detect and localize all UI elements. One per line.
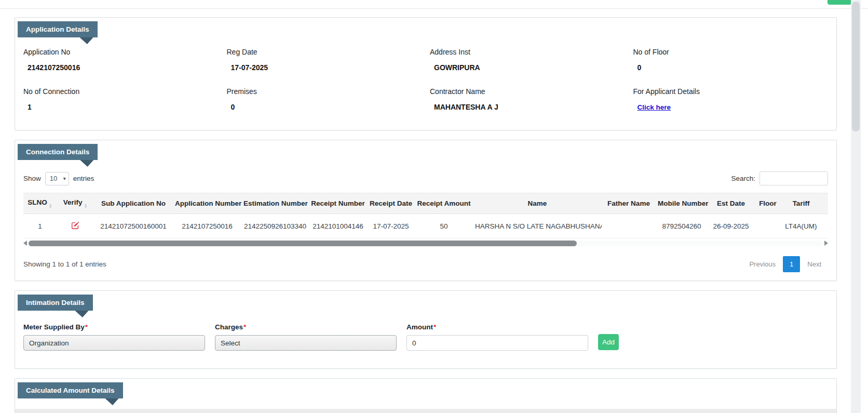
col-mobile-number: Mobile Number <box>656 193 708 214</box>
field-address-inst: Address Inst GOWRIPURA <box>430 48 625 72</box>
cell-receipt-number: 2142101004146 <box>309 214 367 238</box>
intimation-details-card: Intimation Details Meter Supplied By* Or… <box>15 290 837 369</box>
field-label: Application No <box>23 48 219 56</box>
cell-receipt-date: 17-07-2025 <box>367 214 415 238</box>
calculated-amount-details-card: Calculated Amount Details <box>15 378 837 413</box>
field-contractor-name: Contractor Name MAHANTESHA A J <box>430 87 625 111</box>
calculated-amount-details-ribbon: Calculated Amount Details <box>18 382 123 398</box>
meter-supplied-by-group: Meter Supplied By* Organization <box>23 323 205 351</box>
cell-floor <box>754 214 781 238</box>
col-father-name: Father Name <box>602 193 656 214</box>
charges-select[interactable]: Select <box>215 335 397 351</box>
col-receipt-number: Receipt Number <box>309 193 367 214</box>
col-tariff: Tariff <box>781 193 821 214</box>
vertical-scrollbar[interactable] <box>851 0 861 413</box>
table-scroll-region: SLNO▲▼ Verify▲▼ Sub Application No Appli… <box>23 193 828 238</box>
col-floor: Floor <box>754 193 781 214</box>
sort-icon: ▲▼ <box>84 203 87 208</box>
connection-details-table: SLNO▲▼ Verify▲▼ Sub Application No Appli… <box>23 193 828 238</box>
col-verify[interactable]: Verify▲▼ <box>57 193 94 214</box>
field-label: Premises <box>227 87 422 96</box>
field-value: 0 <box>227 103 422 111</box>
required-asterisk: * <box>85 323 88 331</box>
intimation-form: Meter Supplied By* Organization Charges*… <box>15 311 836 368</box>
application-details-grid: Application No 2142107250016 Reg Date 17… <box>15 37 836 130</box>
col-slno[interactable]: SLNO▲▼ <box>23 193 57 214</box>
field-label: No of Floor <box>633 48 829 56</box>
cell-application-number: 2142107250016 <box>173 214 241 238</box>
pagination: Previous 1 Next <box>742 256 828 272</box>
field-value: GOWRIPURA <box>430 63 625 72</box>
top-bar <box>0 0 868 9</box>
show-entries-control: Show 10 ▾ entries <box>23 172 94 185</box>
cell-father-name <box>602 214 656 238</box>
field-label: For Applicant Details <box>633 87 829 96</box>
section-title: Application Details <box>26 25 89 33</box>
entries-summary: Showing 1 to 1 of 1 entries <box>23 260 106 268</box>
field-value: 2142107250016 <box>23 63 219 72</box>
meter-supplied-by-label: Meter Supplied By* <box>23 323 205 331</box>
table-header-row: SLNO▲▼ Verify▲▼ Sub Application No Appli… <box>23 193 828 214</box>
datatable-footer: Showing 1 to 1 of 1 entries Previous 1 N… <box>15 247 836 281</box>
search-label: Search: <box>731 175 755 182</box>
field-label: Reg Date <box>227 48 422 56</box>
field-premises: Premises 0 <box>227 87 422 111</box>
top-action-button[interactable] <box>828 0 851 5</box>
field-applicant-details: For Applicant Details Click here <box>633 87 829 111</box>
col-receipt-amount: Receipt Amount <box>415 193 473 214</box>
connection-details-card: Connection Details Show 10 ▾ entries Sea… <box>15 140 837 281</box>
col-application-number: Application Number <box>173 193 241 214</box>
intimation-details-ribbon: Intimation Details <box>18 295 93 311</box>
scrollbar-track[interactable] <box>29 241 823 246</box>
col-estimation-number: Estimation Number <box>241 193 309 214</box>
col-clipped <box>821 193 828 214</box>
field-application-no: Application No 2142107250016 <box>23 48 219 72</box>
amount-label: Amount* <box>406 323 588 331</box>
col-receipt-date: Receipt Date <box>367 193 415 214</box>
connection-details-ribbon: Connection Details <box>18 144 98 160</box>
edit-icon[interactable] <box>72 221 79 229</box>
page-length-select[interactable]: 10 ▾ <box>45 172 69 185</box>
section-title: Connection Details <box>26 148 89 156</box>
horizontal-scrollbar <box>23 239 828 247</box>
next-page-button[interactable]: Next <box>801 256 828 272</box>
field-value: 17-07-2025 <box>227 63 422 72</box>
search-control: Search: <box>731 171 828 185</box>
previous-page-button[interactable]: Previous <box>742 256 782 272</box>
table-row: 1 21421072500160001 2142107250016 214225… <box>23 214 828 238</box>
field-value: 0 <box>633 63 829 72</box>
add-button[interactable]: Add <box>598 334 619 350</box>
scroll-left-arrow-icon[interactable] <box>23 241 27 246</box>
vertical-scrollbar-thumb[interactable] <box>852 2 860 131</box>
page-content: Application Details Application No 21421… <box>0 9 868 413</box>
search-input[interactable] <box>760 171 828 185</box>
field-value: 1 <box>23 103 219 111</box>
cell-mobile-number: 8792504260 <box>656 214 708 238</box>
field-label: Contractor Name <box>430 87 625 96</box>
application-details-card: Application Details Application No 21421… <box>15 17 837 130</box>
datatable-controls: Show 10 ▾ entries Search: <box>15 160 836 193</box>
field-label: No of Connection <box>23 87 219 96</box>
charges-group: Charges* Select <box>215 323 397 351</box>
cell-verify <box>57 214 94 238</box>
sort-icon: ▲▼ <box>49 203 52 208</box>
cell-slno: 1 <box>23 214 57 238</box>
scrollbar-thumb[interactable] <box>29 241 577 246</box>
page-number-button[interactable]: 1 <box>783 256 800 272</box>
required-asterisk: * <box>243 323 246 331</box>
cell-sub-application-no: 21421072500160001 <box>94 214 173 238</box>
entries-label: entries <box>73 175 94 182</box>
scroll-right-arrow-icon[interactable] <box>824 241 828 246</box>
meter-supplied-by-select[interactable]: Organization <box>23 335 205 351</box>
section-title: Calculated Amount Details <box>26 387 115 394</box>
show-label: Show <box>23 175 41 182</box>
add-button-group: Add <box>598 334 828 351</box>
click-here-link[interactable]: Click here <box>638 103 671 111</box>
section-title: Intimation Details <box>26 299 85 307</box>
amount-input[interactable] <box>406 335 588 351</box>
cell-name: HARSHA N S/O LATE NAGABHUSHANA G P <box>473 214 602 238</box>
amount-group: Amount* <box>406 323 588 351</box>
field-no-of-floor: No of Floor 0 <box>633 48 829 72</box>
chevron-down-icon: ▾ <box>63 176 66 181</box>
field-label: Address Inst <box>430 48 625 56</box>
